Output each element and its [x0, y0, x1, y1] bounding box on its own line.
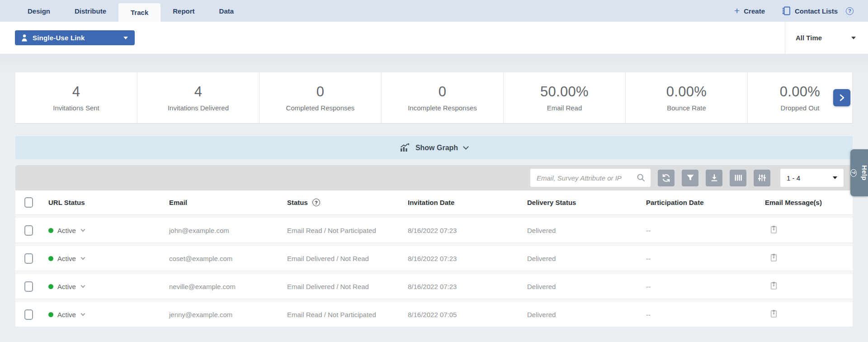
tab-track[interactable]: Track [118, 3, 160, 22]
email-message-button[interactable] [765, 281, 853, 291]
status-help-icon[interactable]: ? [312, 199, 320, 206]
participation-date-cell: -- [646, 255, 765, 262]
column-header-invitation-date: Invitation Date [408, 199, 527, 206]
chevron-down-icon [80, 227, 85, 232]
select-all-checkbox[interactable] [24, 197, 33, 208]
email-message-button[interactable] [765, 225, 853, 235]
search-icon [637, 173, 646, 182]
email-message-button[interactable] [765, 309, 853, 319]
column-header-email-messages: Email Message(s) [765, 199, 853, 206]
stat-value: 50.00% [540, 84, 589, 100]
time-filter-dropdown[interactable]: All Time [785, 22, 868, 54]
chevron-down-icon [80, 311, 85, 316]
search-input[interactable] [530, 169, 651, 187]
distribution-selector-label: Single-Use Link [33, 34, 85, 42]
url-status-label: Active [57, 227, 76, 234]
invitation-date-cell: 8/16/2022 07:05 [408, 311, 527, 318]
email-message-icon [770, 309, 777, 318]
active-status-dot [48, 284, 53, 289]
invitation-date-cell: 8/16/2022 07:23 [408, 283, 527, 290]
contact-lists-icon [782, 6, 791, 15]
help-label: Help [861, 165, 868, 180]
help-tab[interactable]: Help ? [850, 149, 868, 196]
row-checkbox[interactable] [24, 253, 33, 264]
status-cell: Email Read / Not Participated [287, 311, 408, 318]
column-header-email: Email [169, 199, 287, 206]
active-status-dot [48, 312, 53, 317]
email-cell: john@example.com [169, 227, 287, 234]
adjust-columns-icon [758, 174, 766, 182]
url-status-label: Active [57, 311, 76, 318]
sub-header: Single-Use Link All Time [0, 22, 868, 54]
contact-lists-help-icon[interactable]: ? [846, 7, 854, 15]
graph-icon [400, 143, 410, 152]
row-checkbox[interactable] [24, 281, 33, 292]
show-graph-toggle[interactable]: Show Graph [15, 136, 853, 159]
tab-distribute[interactable]: Distribute [62, 0, 118, 22]
stat-label: Invitations Sent [53, 104, 99, 112]
plus-icon: + [734, 6, 740, 15]
columns-icon [734, 174, 742, 182]
adjust-columns-button[interactable] [754, 170, 770, 186]
download-button[interactable] [706, 170, 722, 186]
show-graph-label: Show Graph [415, 144, 458, 152]
tab-data[interactable]: Data [207, 0, 246, 22]
chevron-down-icon [833, 176, 837, 179]
url-status-label: Active [57, 283, 76, 290]
row-checkbox[interactable] [24, 225, 33, 236]
stat-label: Email Read [547, 104, 582, 112]
chevron-down-icon [80, 283, 85, 288]
email-message-button[interactable] [765, 253, 853, 263]
track-page: Design Distribute Track Report Data + Cr… [0, 0, 868, 342]
nav-actions: + Create Contact Lists ? [734, 0, 868, 22]
contact-lists-button[interactable]: Contact Lists [782, 6, 838, 15]
table-row: Active john@example.com Email Read / Not… [15, 218, 853, 243]
email-message-icon [770, 225, 777, 234]
main-content: 4 Invitations Sent 4 Invitations Deliver… [0, 54, 868, 342]
row-separator [15, 215, 853, 218]
url-status-label: Active [57, 255, 76, 262]
stat-email-read: 50.00% Email Read [504, 72, 626, 123]
column-header-status: Status ? [287, 199, 408, 206]
pagination-dropdown[interactable]: 1 - 4 [780, 169, 844, 187]
create-button[interactable]: + Create [734, 7, 765, 15]
distribution-selector-dropdown[interactable]: Single-Use Link [15, 30, 135, 45]
refresh-button[interactable] [658, 170, 675, 186]
recipients-table: 1 - 4 URL Status Email Status ? Invitati… [15, 165, 853, 327]
url-status-dropdown[interactable]: Active [48, 227, 169, 234]
url-status-dropdown[interactable]: Active [48, 255, 169, 262]
chevron-down-icon [80, 255, 85, 260]
chevron-down-icon [123, 37, 128, 39]
download-icon [710, 174, 718, 182]
participation-date-cell: -- [646, 311, 765, 318]
chevron-down-icon [463, 144, 469, 150]
delivery-status-cell: Delivered [527, 227, 646, 234]
row-checkbox[interactable] [24, 309, 33, 320]
status-cell: Email Delivered / Not Read [287, 255, 408, 262]
table-row: Active coset@example.com Email Delivered… [15, 246, 853, 271]
pagination-label: 1 - 4 [787, 174, 800, 182]
stat-label: Incomplete Responses [408, 104, 477, 112]
stats-scroll-next-button[interactable] [833, 89, 850, 106]
column-header-delivery-status: Delivery Status [527, 199, 646, 206]
delivery-status-cell: Delivered [527, 255, 646, 262]
status-cell: Email Read / Not Participated [287, 227, 408, 234]
stat-value: 0.00% [780, 84, 820, 100]
tab-design[interactable]: Design [15, 0, 62, 22]
search-box [530, 169, 651, 187]
active-status-dot [48, 228, 53, 233]
url-status-dropdown[interactable]: Active [48, 283, 169, 290]
stat-label: Completed Responses [286, 104, 355, 112]
active-status-dot [48, 256, 53, 261]
tab-report[interactable]: Report [160, 0, 207, 22]
help-icon: ? [850, 169, 857, 177]
columns-button[interactable] [730, 170, 746, 186]
url-status-dropdown[interactable]: Active [48, 311, 169, 318]
stat-value: 0 [316, 84, 325, 100]
table-header: URL Status Email Status ? Invitation Dat… [15, 190, 853, 215]
delivery-status-cell: Delivered [527, 283, 646, 290]
nav-tabs: Design Distribute Track Report Data [0, 0, 246, 22]
filter-button[interactable] [682, 170, 698, 186]
stats-summary: 4 Invitations Sent 4 Invitations Deliver… [15, 72, 853, 123]
column-header-url-status: URL Status [48, 199, 169, 206]
